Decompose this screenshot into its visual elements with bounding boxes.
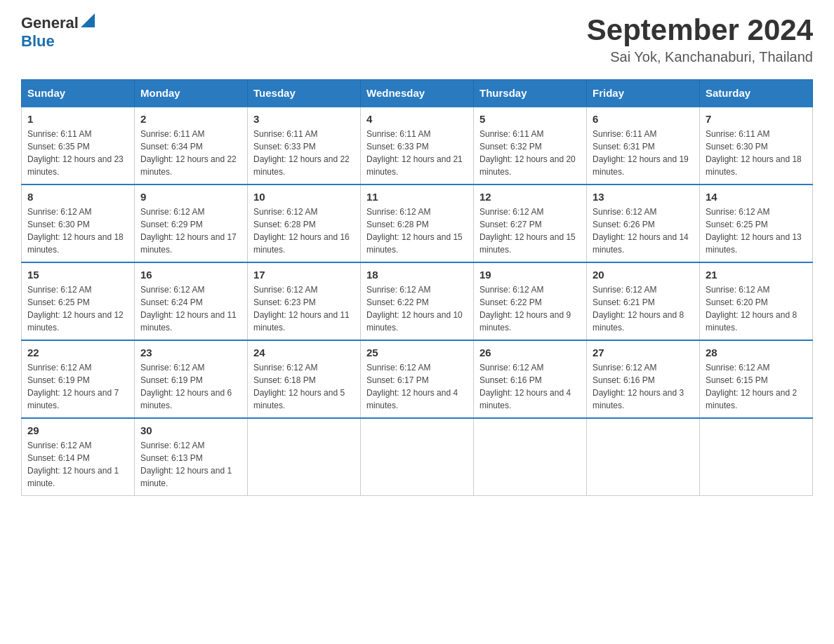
day-info: Sunrise: 6:12 AM Sunset: 6:19 PM Dayligh… <box>140 361 241 412</box>
day-cell: 12Sunrise: 6:12 AM Sunset: 6:27 PM Dayli… <box>474 185 587 262</box>
day-cell: 23Sunrise: 6:12 AM Sunset: 6:19 PM Dayli… <box>135 340 248 418</box>
logo-blue-text: Blue <box>21 32 55 51</box>
day-cell: 9Sunrise: 6:12 AM Sunset: 6:29 PM Daylig… <box>135 185 248 262</box>
day-cell: 3Sunrise: 6:11 AM Sunset: 6:33 PM Daylig… <box>248 107 361 185</box>
day-info: Sunrise: 6:11 AM Sunset: 6:35 PM Dayligh… <box>27 128 128 178</box>
day-cell: 18Sunrise: 6:12 AM Sunset: 6:22 PM Dayli… <box>361 262 474 340</box>
day-info: Sunrise: 6:12 AM Sunset: 6:28 PM Dayligh… <box>253 206 355 256</box>
day-info: Sunrise: 6:12 AM Sunset: 6:22 PM Dayligh… <box>366 283 468 334</box>
day-info: Sunrise: 6:12 AM Sunset: 6:24 PM Dayligh… <box>140 283 241 334</box>
day-cell: 27Sunrise: 6:12 AM Sunset: 6:16 PM Dayli… <box>587 340 700 418</box>
day-cell <box>587 418 700 496</box>
day-info: Sunrise: 6:12 AM Sunset: 6:28 PM Dayligh… <box>366 206 468 256</box>
day-cell <box>474 418 587 496</box>
day-info: Sunrise: 6:12 AM Sunset: 6:30 PM Dayligh… <box>27 206 128 256</box>
day-cell: 8Sunrise: 6:12 AM Sunset: 6:30 PM Daylig… <box>22 185 135 262</box>
day-info: Sunrise: 6:12 AM Sunset: 6:22 PM Dayligh… <box>479 283 581 334</box>
day-number: 15 <box>27 269 128 281</box>
logo-general-text: General <box>21 14 79 32</box>
day-cell <box>248 418 361 496</box>
day-number: 22 <box>27 347 128 358</box>
logo-line1: General <box>21 14 95 32</box>
col-header-sunday: Sunday <box>22 80 135 107</box>
day-cell: 17Sunrise: 6:12 AM Sunset: 6:23 PM Dayli… <box>248 262 361 340</box>
day-info: Sunrise: 6:11 AM Sunset: 6:32 PM Dayligh… <box>479 128 581 178</box>
day-number: 18 <box>366 269 468 281</box>
day-info: Sunrise: 6:12 AM Sunset: 6:15 PM Dayligh… <box>706 361 807 412</box>
week-row-3: 15Sunrise: 6:12 AM Sunset: 6:25 PM Dayli… <box>22 262 813 340</box>
day-cell: 15Sunrise: 6:12 AM Sunset: 6:25 PM Dayli… <box>22 262 135 340</box>
day-info: Sunrise: 6:11 AM Sunset: 6:30 PM Dayligh… <box>706 128 807 178</box>
day-info: Sunrise: 6:12 AM Sunset: 6:16 PM Dayligh… <box>593 361 694 412</box>
day-info: Sunrise: 6:12 AM Sunset: 6:18 PM Dayligh… <box>253 361 355 412</box>
logo-triangle-icon <box>81 13 95 27</box>
day-number: 5 <box>479 113 581 125</box>
day-number: 7 <box>706 113 807 125</box>
day-cell: 30Sunrise: 6:12 AM Sunset: 6:13 PM Dayli… <box>135 418 248 496</box>
day-number: 23 <box>140 347 241 358</box>
day-number: 12 <box>479 191 581 203</box>
day-cell: 14Sunrise: 6:12 AM Sunset: 6:25 PM Dayli… <box>700 185 813 262</box>
day-cell: 24Sunrise: 6:12 AM Sunset: 6:18 PM Dayli… <box>248 340 361 418</box>
day-number: 1 <box>27 113 128 125</box>
day-number: 10 <box>253 191 355 203</box>
day-info: Sunrise: 6:11 AM Sunset: 6:31 PM Dayligh… <box>593 128 694 178</box>
calendar-table: SundayMondayTuesdayWednesdayThursdayFrid… <box>21 79 813 496</box>
day-cell: 4Sunrise: 6:11 AM Sunset: 6:33 PM Daylig… <box>361 107 474 185</box>
page-header: General Blue September 2024 Sai Yok, Kan… <box>21 14 813 65</box>
week-row-5: 29Sunrise: 6:12 AM Sunset: 6:14 PM Dayli… <box>22 418 813 496</box>
day-cell <box>700 418 813 496</box>
day-number: 30 <box>140 424 241 436</box>
day-number: 26 <box>479 347 581 358</box>
calendar-header-row: SundayMondayTuesdayWednesdayThursdayFrid… <box>22 80 813 107</box>
col-header-friday: Friday <box>587 80 700 107</box>
day-info: Sunrise: 6:12 AM Sunset: 6:26 PM Dayligh… <box>593 206 694 256</box>
day-number: 28 <box>706 347 807 358</box>
day-cell: 2Sunrise: 6:11 AM Sunset: 6:34 PM Daylig… <box>135 107 248 185</box>
day-number: 4 <box>366 113 468 125</box>
day-number: 24 <box>253 347 355 358</box>
day-cell: 20Sunrise: 6:12 AM Sunset: 6:21 PM Dayli… <box>587 262 700 340</box>
day-number: 17 <box>253 269 355 281</box>
title-section: September 2024 Sai Yok, Kanchanaburi, Th… <box>587 14 813 65</box>
day-info: Sunrise: 6:12 AM Sunset: 6:19 PM Dayligh… <box>27 361 128 412</box>
day-number: 13 <box>593 191 694 203</box>
day-info: Sunrise: 6:12 AM Sunset: 6:25 PM Dayligh… <box>706 206 807 256</box>
day-cell: 29Sunrise: 6:12 AM Sunset: 6:14 PM Dayli… <box>22 418 135 496</box>
day-info: Sunrise: 6:12 AM Sunset: 6:27 PM Dayligh… <box>479 206 581 256</box>
day-cell <box>361 418 474 496</box>
day-info: Sunrise: 6:12 AM Sunset: 6:13 PM Dayligh… <box>140 439 241 490</box>
logo: General Blue <box>21 14 95 51</box>
day-cell: 1Sunrise: 6:11 AM Sunset: 6:35 PM Daylig… <box>22 107 135 185</box>
day-cell: 7Sunrise: 6:11 AM Sunset: 6:30 PM Daylig… <box>700 107 813 185</box>
day-number: 29 <box>27 424 128 436</box>
day-info: Sunrise: 6:12 AM Sunset: 6:17 PM Dayligh… <box>366 361 468 412</box>
day-info: Sunrise: 6:11 AM Sunset: 6:33 PM Dayligh… <box>253 128 355 178</box>
day-cell: 16Sunrise: 6:12 AM Sunset: 6:24 PM Dayli… <box>135 262 248 340</box>
day-cell: 10Sunrise: 6:12 AM Sunset: 6:28 PM Dayli… <box>248 185 361 262</box>
day-cell: 26Sunrise: 6:12 AM Sunset: 6:16 PM Dayli… <box>474 340 587 418</box>
day-number: 6 <box>593 113 694 125</box>
col-header-wednesday: Wednesday <box>361 80 474 107</box>
week-row-1: 1Sunrise: 6:11 AM Sunset: 6:35 PM Daylig… <box>22 107 813 185</box>
day-number: 9 <box>140 191 241 203</box>
day-info: Sunrise: 6:12 AM Sunset: 6:16 PM Dayligh… <box>479 361 581 412</box>
day-cell: 19Sunrise: 6:12 AM Sunset: 6:22 PM Dayli… <box>474 262 587 340</box>
day-number: 21 <box>706 269 807 281</box>
day-number: 14 <box>706 191 807 203</box>
week-row-2: 8Sunrise: 6:12 AM Sunset: 6:30 PM Daylig… <box>22 185 813 262</box>
day-info: Sunrise: 6:11 AM Sunset: 6:34 PM Dayligh… <box>140 128 241 178</box>
day-cell: 28Sunrise: 6:12 AM Sunset: 6:15 PM Dayli… <box>700 340 813 418</box>
page-title: September 2024 <box>587 14 813 46</box>
day-info: Sunrise: 6:12 AM Sunset: 6:21 PM Dayligh… <box>593 283 694 334</box>
day-number: 3 <box>253 113 355 125</box>
day-info: Sunrise: 6:11 AM Sunset: 6:33 PM Dayligh… <box>366 128 468 178</box>
day-info: Sunrise: 6:12 AM Sunset: 6:29 PM Dayligh… <box>140 206 241 256</box>
day-number: 19 <box>479 269 581 281</box>
day-number: 16 <box>140 269 241 281</box>
col-header-tuesday: Tuesday <box>248 80 361 107</box>
day-number: 25 <box>366 347 468 358</box>
day-info: Sunrise: 6:12 AM Sunset: 6:20 PM Dayligh… <box>706 283 807 334</box>
day-number: 20 <box>593 269 694 281</box>
day-info: Sunrise: 6:12 AM Sunset: 6:14 PM Dayligh… <box>27 439 128 490</box>
